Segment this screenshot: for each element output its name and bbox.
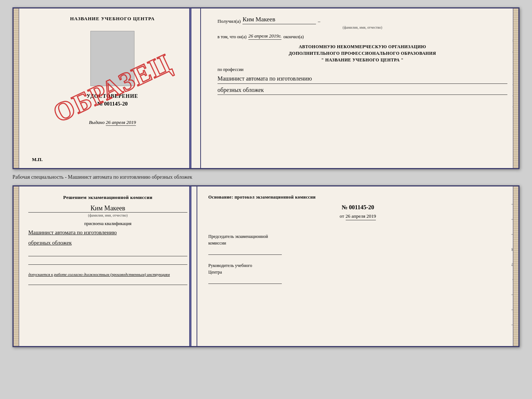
ot-date-row: от 26 апреля 2019 <box>208 213 507 228</box>
resheniem-text: Решением экзаменационной комиссии <box>28 194 187 202</box>
v-tom-date: 26 апреля 2019г. <box>248 33 281 40</box>
rukovoditel-block: Руководитель учебного Центра <box>208 262 507 284</box>
dopuskaetsya-block: допускается к работе согласно должностны… <box>28 272 187 277</box>
protokol-number: № 001145-20 <box>208 204 507 211</box>
qual-line2: обрезных обложек <box>28 238 187 248</box>
udostoverenie-label: УДОСТОВЕРЕНИЕ <box>87 93 138 99</box>
ot-date: 26 апреля 2019 <box>346 213 376 220</box>
qual-page-edge-left <box>14 186 19 346</box>
po-professii-label: по профессии <box>218 67 507 72</box>
poluchil-row: Получил(а) Ким Макеев – <box>218 16 507 24</box>
qual-page-edge-right <box>513 186 518 346</box>
page-edge-left <box>14 8 19 168</box>
mp-text: М.П. <box>32 157 43 163</box>
profession-line1: Машинист автомата по изготовлению <box>218 74 507 84</box>
dopuskaetsya-label: допускается к <box>28 272 53 277</box>
vydano-label: Выдано <box>89 120 105 125</box>
predsedatel-line2: комиссии <box>208 240 507 246</box>
v-tom-label: в том, что он(а) <box>218 34 247 40</box>
cert-right: Получил(а) Ким Макеев – (фамилия, имя, о… <box>206 8 518 168</box>
rukovoditel-line1: Руководитель учебного <box>208 262 507 269</box>
page-edge-right <box>513 8 518 168</box>
qual-right: Основание: протокол экзаменационной коми… <box>197 186 518 346</box>
poluchil-label: Получил(а) <box>218 18 241 24</box>
v-tom-row: в том, что он(а) 26 апреля 2019г. окончи… <box>218 33 507 40</box>
qual-name: Ким Макеев <box>28 204 187 213</box>
description-text: Рабочая специальность - Машинист автомат… <box>12 174 192 180</box>
qual-book-spine <box>189 186 191 346</box>
qual-line-blank2 <box>28 258 187 265</box>
qual-left: Решением экзаменационной комиссии Ким Ма… <box>21 186 197 346</box>
photo-placeholder <box>90 31 134 86</box>
qual-line-blank3 <box>28 278 187 285</box>
rukovoditel-signature-line <box>208 277 282 284</box>
qual-line1: Машинист автомата по изготовлению <box>28 228 187 238</box>
predsedatel-signature-line <box>208 248 282 255</box>
book-spine <box>189 8 191 168</box>
org-line3: " НАЗВАНИЕ УЧЕБНОГО ЦЕНТРА " <box>218 57 507 63</box>
fio-sublabel: (фамилия, имя, отчество) <box>218 25 507 29</box>
osnovanie-text: Основание: протокол экзаменационной коми… <box>208 194 507 200</box>
okonchil-label: окончил(а) <box>283 34 303 40</box>
org-line2: ДОПОЛНИТЕЛЬНОГО ПРОФЕССИОНАЛЬНОГО ОБРАЗО… <box>218 50 507 57</box>
cert-title: НАЗВАНИЕ УЧЕБНОГО ЦЕНТРА <box>70 16 155 22</box>
qual-fio-sublabel: (фамилия, имя, отчество) <box>28 213 187 217</box>
resheniem-line1: Решением экзаменационной комиссии <box>63 195 152 200</box>
qual-line-blank1 <box>28 250 187 256</box>
ot-label: от <box>340 213 344 219</box>
org-block: АВТОНОМНУЮ НЕКОММЕРЧЕСКУЮ ОРГАНИЗАЦИЮ ДО… <box>218 43 507 63</box>
predsedatel-block: Председатель экзаменационной комиссии <box>208 233 507 255</box>
cert-number: № 001145-20 <box>97 101 128 107</box>
document-container: НАЗВАНИЕ УЧЕБНОГО ЦЕНТРА УДОСТОВЕРЕНИЕ №… <box>12 7 520 347</box>
qualification-book: Решением экзаменационной комиссии Ким Ма… <box>12 185 520 347</box>
vydano-row: Выдано 26 апреля 2019 <box>89 120 136 125</box>
prisvoena-text: присвоена квалификация <box>28 221 187 227</box>
org-line1: АВТОНОМНУЮ НЕКОММЕРЧЕСКУЮ ОРГАНИЗАЦИЮ <box>218 43 507 50</box>
cert-left: НАЗВАНИЕ УЧЕБНОГО ЦЕНТРА УДОСТОВЕРЕНИЕ №… <box>25 8 201 168</box>
dopuskaetsya-rest: работе согласно должностным (производств… <box>54 272 170 277</box>
dash1: – <box>318 18 320 24</box>
profession-line2: обрезных обложек <box>218 85 507 95</box>
predsedatel-line1: Председатель экзаменационной <box>208 233 507 240</box>
poluchil-name: Ким Макеев <box>242 16 316 24</box>
rukovoditel-line2: Центра <box>208 269 507 275</box>
vydano-date: 26 апреля 2019 <box>106 120 136 126</box>
certificate-book: НАЗВАНИЕ УЧЕБНОГО ЦЕНТРА УДОСТОВЕРЕНИЕ №… <box>12 7 520 169</box>
